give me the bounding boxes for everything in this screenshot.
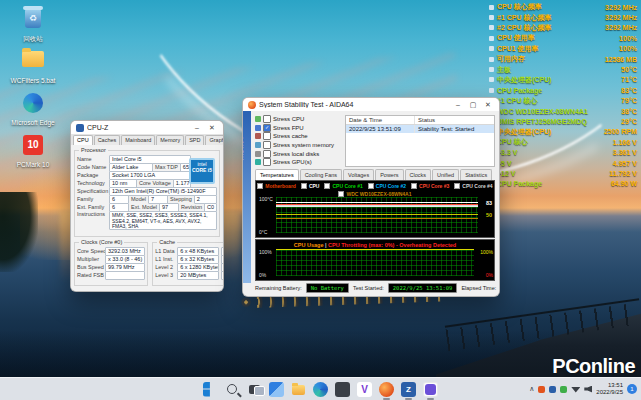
sensor-row: #2 CPU 核心频率 3292 MHz	[489, 23, 637, 33]
stress-icon	[255, 159, 261, 165]
legend-checkbox[interactable]	[324, 183, 330, 189]
sensor-label: CPU 使用率	[497, 33, 535, 43]
legend-item[interactable]: CPU Core #2	[368, 182, 406, 189]
legend-item[interactable]: CPU	[301, 182, 320, 189]
notification-icon[interactable]: 1	[627, 384, 637, 394]
cpuz-app-icon	[76, 124, 84, 132]
legend-checkbox[interactable]	[411, 183, 417, 189]
checkbox-label: Stress cache	[273, 133, 308, 139]
checkbox-label: Stress GPU(s)	[273, 159, 312, 165]
sensor-row: CPU 核心频率 3292 MHz	[489, 2, 637, 12]
cpuz-tab[interactable]: Memory	[156, 135, 184, 145]
legend-checkbox[interactable]	[368, 183, 374, 189]
file-explorer-icon[interactable]	[292, 385, 305, 395]
hidden-icons-chevron[interactable]: ∧	[529, 385, 534, 393]
aida64-tab[interactable]: Temperatures	[255, 169, 299, 180]
stress-option[interactable]: Stress GPU(s)	[255, 158, 343, 167]
checkbox[interactable]: ✓	[263, 124, 271, 132]
legend-checkbox[interactable]	[338, 191, 344, 197]
network-icon[interactable]	[571, 386, 580, 393]
l3-field: 20 MBytes	[177, 271, 219, 280]
legend-checkbox[interactable]	[257, 183, 263, 189]
table-row[interactable]: 2022/9/25 13:51:09 Stability Test: Start…	[346, 125, 494, 133]
sensor-row: +12 V 11.792 V	[489, 168, 637, 178]
cores-field: 6	[166, 291, 180, 293]
search-icon[interactable]	[227, 384, 237, 394]
stress-option[interactable]: Stress system memory	[255, 141, 343, 150]
col-date-time: Date & Time	[346, 116, 415, 124]
checkbox[interactable]	[263, 141, 271, 149]
minimize-icon[interactable]: –	[191, 122, 203, 134]
start-button-icon[interactable]	[203, 382, 218, 397]
legend-checkbox[interactable]	[301, 183, 307, 189]
volume-icon[interactable]	[584, 386, 592, 393]
close-icon[interactable]: ✕	[206, 122, 218, 134]
dark-app-icon[interactable]	[335, 382, 350, 397]
battery-value: No Battery	[306, 283, 349, 293]
cpuz-taskbar-icon[interactable]: Z	[401, 382, 416, 397]
desktop-icon-recycle-bin[interactable]: 回收站	[6, 9, 60, 42]
aida64-window: System Stability Test - AIDA64 – ▢ ✕ AID…	[242, 97, 500, 297]
cpuz-tabs: CPU Caches Mainboard Memory SPD Graphics…	[71, 134, 223, 145]
sensor-row: 主板 50°C	[489, 64, 637, 74]
aida64-taskbar-icon[interactable]	[379, 382, 394, 397]
widgets-icon[interactable]	[269, 382, 284, 397]
taskbar-clock[interactable]: 13:51 2022/9/25	[596, 382, 623, 396]
aida64-tab[interactable]: Clocks	[405, 169, 432, 180]
aida64-titlebar[interactable]: System Stability Test - AIDA64 – ▢ ✕	[243, 98, 499, 111]
aida64-tab[interactable]: Unified	[432, 169, 459, 180]
cpuz-tab[interactable]: Graphics	[205, 135, 224, 145]
checkbox[interactable]	[263, 150, 271, 158]
legend-item[interactable]: Motherboard	[257, 182, 296, 189]
stress-option[interactable]: Stress cache	[255, 132, 343, 141]
sensor-value: 29°C	[621, 118, 637, 125]
legend-item[interactable]: WDC WD10EZEX-08WN4A1	[338, 190, 411, 197]
legend-item[interactable]: CPU Core #1	[324, 182, 362, 189]
checkbox[interactable]	[263, 132, 271, 140]
desktop-icon-edge[interactable]: Microsoft Edge	[6, 93, 60, 126]
test-status-row: Remaining Battery: No Battery Test Start…	[255, 283, 500, 293]
legend-item[interactable]: CPU Core #4	[454, 182, 492, 189]
cpuz-tab[interactable]: SPD	[185, 135, 204, 145]
checkbox[interactable]	[263, 158, 271, 166]
group-legend: Cache	[157, 239, 177, 245]
sensor-value: 3.361 V	[613, 149, 637, 156]
cpuz-tab[interactable]: Caches	[94, 135, 121, 145]
aida64-tab[interactable]: Statistics	[460, 169, 492, 180]
sensor-label: #2 CPU 核心频率	[497, 23, 551, 33]
stress-option[interactable]: ✓ Stress FPU	[255, 124, 343, 133]
cpuz-tab[interactable]: Mainboard	[121, 135, 155, 145]
desktop-icon-folder[interactable]: WCFilters 5.bat	[6, 51, 60, 84]
stress-option[interactable]: Stress CPU	[255, 115, 343, 124]
aida64-tab[interactable]: Cooling Fans	[300, 169, 342, 180]
sensor-value: 71°C	[621, 76, 637, 83]
aida64-body: AIDA64 Stress CPU ✓ Stress FPU	[243, 111, 499, 296]
legend-checkbox[interactable]	[454, 183, 460, 189]
cpuz-titlebar[interactable]: CPU-Z – ✕	[71, 121, 223, 134]
task-view-icon[interactable]	[249, 385, 260, 394]
sensor-value: 3292 MHz	[605, 14, 637, 21]
tray-aida64-icon[interactable]	[538, 386, 545, 393]
minimize-icon[interactable]: –	[452, 99, 464, 111]
cpuz-tab[interactable]: CPU	[73, 135, 93, 145]
stress-options: Stress CPU ✓ Stress FPU Stress cache	[255, 115, 343, 167]
socket-select[interactable]: Socket #1	[100, 291, 141, 293]
edge-icon[interactable]	[313, 382, 328, 397]
legend-item[interactable]: CPU Core #3	[411, 182, 449, 189]
stress-option[interactable]: Stress local disks	[255, 149, 343, 158]
pconline-watermark: PConline	[552, 355, 635, 378]
sensor-icon	[489, 57, 494, 62]
cell-time: 2022/9/25 13:51:09	[346, 125, 415, 133]
aida64-tab[interactable]: Voltages	[343, 169, 374, 180]
purple-app-icon[interactable]	[425, 384, 436, 395]
v-app-icon[interactable]: V	[357, 382, 372, 397]
desktop-icon-pcmark10[interactable]: 10 PCMark 10	[6, 135, 60, 168]
aida64-tab[interactable]: Powers	[375, 169, 403, 180]
maximize-icon[interactable]: ▢	[467, 99, 479, 111]
tray-app-icon[interactable]	[560, 386, 567, 393]
y-axis-min: 0%	[259, 272, 266, 278]
tray-cpuz-icon[interactable]	[549, 386, 556, 393]
sensor-icon	[489, 25, 494, 30]
checkbox[interactable]	[263, 115, 271, 123]
close-icon[interactable]: ✕	[482, 99, 494, 111]
